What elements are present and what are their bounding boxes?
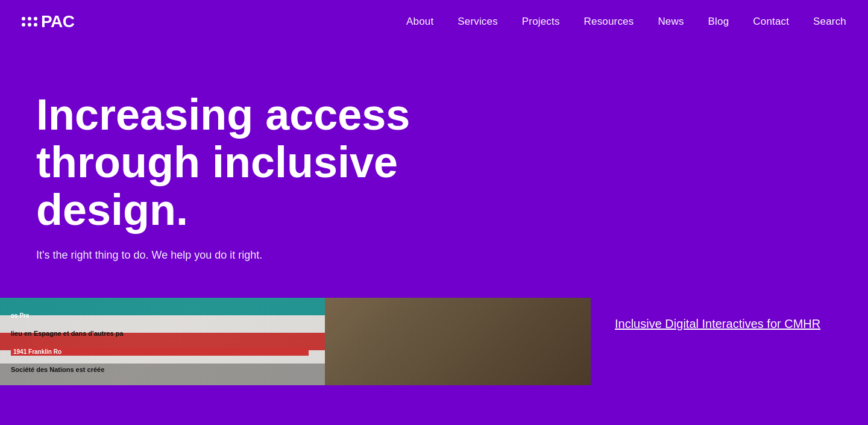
image-text-line4: Société des Nations est créée	[11, 366, 309, 373]
feature-link[interactable]: Inclusive Digital Interactives for CMHR	[615, 316, 844, 332]
image-text-line1: os Pre	[11, 312, 309, 319]
side-content: Inclusive Digital Interactives for CMHR	[591, 298, 868, 350]
nav-search[interactable]: Search	[813, 16, 846, 28]
logo[interactable]: PAC	[22, 12, 75, 31]
nav-blog[interactable]: Blog	[708, 16, 729, 28]
nav-news[interactable]: News	[658, 16, 684, 28]
site-header: PAC About Services Projects Resources Ne…	[0, 0, 868, 43]
feature-image: os Pre lieu en Espagne et dans d'autres …	[0, 298, 591, 385]
hero-headline: Increasing access through inclusive desi…	[36, 91, 422, 235]
logo-dots	[22, 17, 37, 27]
nav-projects[interactable]: Projects	[522, 16, 560, 28]
bottom-section: os Pre lieu en Espagne et dans d'autres …	[0, 298, 868, 385]
nav-services[interactable]: Services	[458, 16, 498, 28]
fake-image-text: os Pre lieu en Espagne et dans d'autres …	[6, 304, 313, 383]
hero-subtext: It's the right thing to do. We help you …	[36, 249, 868, 262]
nav-about[interactable]: About	[406, 16, 433, 28]
fake-image-bg: os Pre lieu en Espagne et dans d'autres …	[0, 298, 591, 385]
image-text-line3: 1941 Franklin Ro	[11, 348, 309, 356]
nav-resources[interactable]: Resources	[584, 16, 634, 28]
image-text-line2: lieu en Espagne et dans d'autres pa	[11, 330, 309, 337]
logo-text: PAC	[41, 12, 75, 31]
nav-contact[interactable]: Contact	[753, 16, 789, 28]
hero-section: Increasing access through inclusive desi…	[0, 43, 868, 262]
main-nav: About Services Projects Resources News B…	[406, 16, 846, 28]
